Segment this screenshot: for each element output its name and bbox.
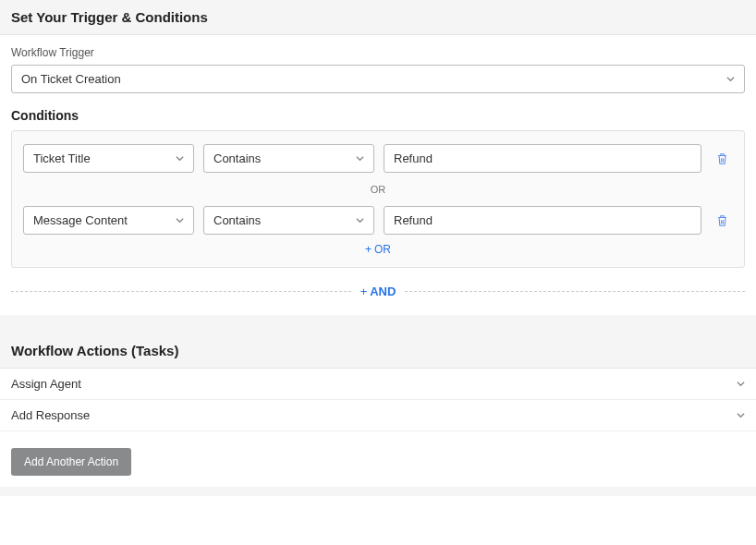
conditions-title: Conditions (11, 108, 745, 123)
condition-field-value: Message Content (33, 213, 175, 227)
condition-value-input[interactable] (384, 144, 701, 173)
condition-row: Message Content Contains (23, 206, 733, 235)
trash-icon (716, 214, 728, 227)
trigger-section-body: Workflow Trigger On Ticket Creation Cond… (0, 35, 756, 315)
chevron-down-icon (175, 216, 184, 225)
condition-field-value: Ticket Title (33, 151, 175, 165)
actions-section-title: Workflow Actions (Tasks) (11, 343, 745, 358)
dash-line (11, 291, 351, 292)
dash-line (405, 291, 745, 292)
add-or-label: OR (374, 243, 391, 256)
workflow-trigger-value: On Ticket Creation (21, 72, 726, 86)
chevron-down-icon (175, 154, 184, 164)
add-and-label: AND (370, 285, 396, 298)
plus-icon: + (365, 243, 372, 256)
and-separator: +AND (11, 285, 745, 298)
trigger-section-header: Set Your Trigger & Conditions (0, 0, 756, 35)
action-item-label: Add Response (11, 408, 90, 422)
condition-field-select[interactable]: Message Content (23, 206, 194, 235)
condition-operator-select[interactable]: Contains (203, 206, 374, 235)
trash-icon (716, 152, 728, 165)
section-spacer (0, 315, 756, 333)
delete-condition-button[interactable] (711, 210, 733, 232)
or-separator: OR (23, 173, 733, 206)
workflow-trigger-label: Workflow Trigger (11, 46, 745, 59)
action-item-assign-agent[interactable]: Assign Agent (0, 369, 756, 400)
action-item-label: Assign Agent (11, 377, 81, 391)
actions-section-header: Workflow Actions (Tasks) (0, 333, 756, 369)
condition-operator-value: Contains (213, 151, 355, 165)
condition-value-input[interactable] (384, 206, 701, 235)
trigger-section-title: Set Your Trigger & Conditions (11, 9, 745, 25)
add-or-button[interactable]: +OR (365, 243, 391, 256)
chevron-down-icon (726, 75, 735, 84)
delete-condition-button[interactable] (711, 148, 733, 170)
footer-spacer (0, 487, 756, 496)
add-and-button[interactable]: +AND (351, 285, 406, 298)
condition-operator-select[interactable]: Contains (203, 144, 374, 173)
chevron-down-icon (736, 411, 745, 420)
plus-icon: + (360, 285, 368, 298)
chevron-down-icon (736, 380, 745, 389)
chevron-down-icon (355, 216, 364, 225)
conditions-group: Ticket Title Contains OR Message Content… (11, 130, 745, 268)
condition-field-select[interactable]: Ticket Title (23, 144, 194, 173)
action-item-add-response[interactable]: Add Response (0, 400, 756, 431)
condition-row: Ticket Title Contains (23, 144, 733, 173)
add-another-action-button[interactable]: Add Another Action (11, 448, 131, 476)
condition-operator-value: Contains (213, 213, 355, 227)
add-or-row: +OR (23, 235, 733, 258)
workflow-trigger-select[interactable]: On Ticket Creation (11, 65, 745, 93)
chevron-down-icon (355, 154, 364, 164)
